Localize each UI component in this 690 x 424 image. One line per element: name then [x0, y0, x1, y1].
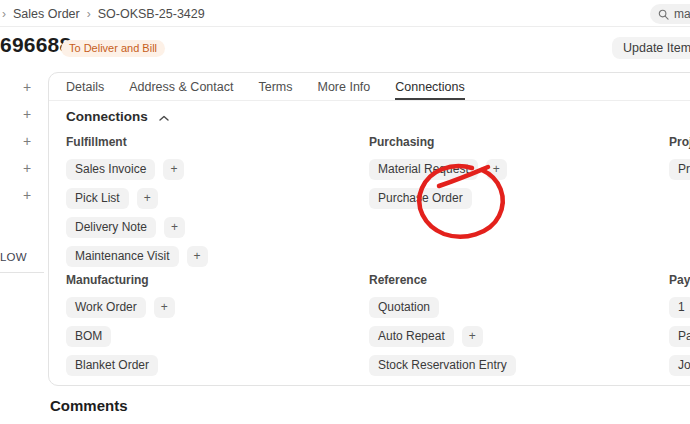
connection-row: Proj [669, 159, 690, 180]
add-auto-repeat-button[interactable]: + [462, 326, 483, 347]
add-sales-invoice-button[interactable]: + [163, 159, 184, 180]
connection-row: Work Order + [66, 297, 175, 318]
sales-order-page: › Sales Order › SO-OKSB-25-3429 ma 69668… [0, 0, 690, 424]
doc-link-sales-invoice[interactable]: Sales Invoice [66, 159, 155, 180]
connections-section-header[interactable]: Connections [66, 108, 169, 125]
tab-connections[interactable]: Connections [395, 73, 465, 100]
doc-link-work-order[interactable]: Work Order [66, 297, 146, 318]
group-title: Fulfillment [66, 135, 208, 149]
breadcrumb: › Sales Order › SO-OKSB-25-3429 [2, 0, 205, 27]
top-navbar: › Sales Order › SO-OKSB-25-3429 ma [0, 0, 690, 27]
breadcrumb-sales-order[interactable]: Sales Order [13, 7, 80, 21]
doc-link-project-clipped[interactable]: Proj [669, 159, 690, 180]
doc-link-purchase-order[interactable]: Purchase Order [369, 188, 472, 209]
connection-row: Sales Invoice + [66, 159, 208, 180]
add-maintenance-visit-button[interactable]: + [187, 246, 208, 267]
update-items-button[interactable]: Update Items [612, 37, 690, 59]
group-title: Manufacturing [66, 273, 175, 287]
chevron-up-icon [159, 110, 169, 125]
comments-section-title: Comments [50, 397, 128, 414]
group-title: Proje [669, 135, 690, 149]
sidebar-divider [0, 272, 44, 273]
search-icon [658, 9, 669, 20]
breadcrumb-separator: › [87, 7, 91, 21]
doc-link-blanket-order[interactable]: Blanket Order [66, 355, 158, 376]
doc-link-bom[interactable]: BOM [66, 326, 111, 347]
connection-row: Paym [669, 326, 690, 347]
group-title: Paym [669, 273, 690, 287]
connection-row: Delivery Note + [66, 217, 208, 238]
tab-bar: Details Address & Contact Terms More Inf… [49, 73, 690, 101]
connection-row: 1 [669, 297, 690, 318]
search-text: ma [674, 7, 690, 21]
connection-row: BOM [66, 326, 175, 347]
global-search-input[interactable]: ma [650, 4, 690, 24]
status-badge: To Deliver and Bill [61, 40, 165, 57]
doc-link-stock-reservation-entry[interactable]: Stock Reservation Entry [369, 355, 516, 376]
group-title: Purchasing [369, 135, 507, 149]
group-title: Reference [369, 273, 516, 287]
connection-row: Jour [669, 355, 690, 376]
doc-link-quotation[interactable]: Quotation [369, 297, 439, 318]
breadcrumb-doc-id[interactable]: SO-OKSB-25-3429 [98, 7, 205, 21]
doc-link-delivery-note[interactable]: Delivery Note [66, 217, 156, 238]
doc-link-auto-repeat[interactable]: Auto Repeat [369, 326, 454, 347]
connection-row: Blanket Order [66, 355, 175, 376]
group-reference: Reference Quotation Auto Repeat + Stock … [369, 273, 516, 384]
breadcrumb-leading-chevron: › [2, 7, 6, 21]
group-manufacturing: Manufacturing Work Order + BOM Blanket O… [66, 273, 175, 384]
doc-link-count-badge[interactable]: 1 [669, 297, 690, 318]
group-projects-clipped: Proje Proj [669, 135, 690, 188]
sidebar-add-icon-5[interactable]: + [20, 188, 34, 202]
connection-row: Stock Reservation Entry [369, 355, 516, 376]
connections-section-title: Connections [66, 109, 148, 124]
add-delivery-note-button[interactable]: + [164, 217, 185, 238]
connection-row: Material Request + [369, 159, 507, 180]
doc-link-payment-clipped[interactable]: Paym [669, 326, 690, 347]
connection-row: Pick List + [66, 188, 208, 209]
tab-details[interactable]: Details [66, 73, 104, 100]
tab-terms[interactable]: Terms [258, 73, 292, 100]
connection-row: Maintenance Visit + [66, 246, 208, 267]
sidebar-add-icon-2[interactable]: + [20, 107, 34, 121]
doc-link-maintenance-visit[interactable]: Maintenance Visit [66, 246, 179, 267]
group-purchasing: Purchasing Material Request + Purchase O… [369, 135, 507, 217]
group-payments-clipped: Paym 1 Paym Jour [669, 273, 690, 384]
sidebar-partial-label: LOW [0, 251, 27, 263]
doc-link-material-request[interactable]: Material Request [369, 159, 478, 180]
doc-link-journal-clipped[interactable]: Jour [669, 355, 690, 376]
connection-row: Quotation [369, 297, 516, 318]
left-sidebar: + + + + + [20, 80, 34, 202]
add-pick-list-button[interactable]: + [137, 188, 158, 209]
connection-row: Auto Repeat + [369, 326, 516, 347]
doc-link-pick-list[interactable]: Pick List [66, 188, 129, 209]
tab-address-contact[interactable]: Address & Contact [129, 73, 233, 100]
add-material-request-button[interactable]: + [486, 159, 507, 180]
group-fulfillment: Fulfillment Sales Invoice + Pick List + … [66, 135, 208, 275]
sidebar-add-icon-1[interactable]: + [20, 80, 34, 94]
tab-more-info[interactable]: More Info [317, 73, 370, 100]
sidebar-add-icon-4[interactable]: + [20, 161, 34, 175]
form-tabs-card: Details Address & Contact Terms More Inf… [48, 72, 690, 386]
add-work-order-button[interactable]: + [154, 297, 175, 318]
sidebar-add-icon-3[interactable]: + [20, 134, 34, 148]
connection-row: Purchase Order [369, 188, 507, 209]
